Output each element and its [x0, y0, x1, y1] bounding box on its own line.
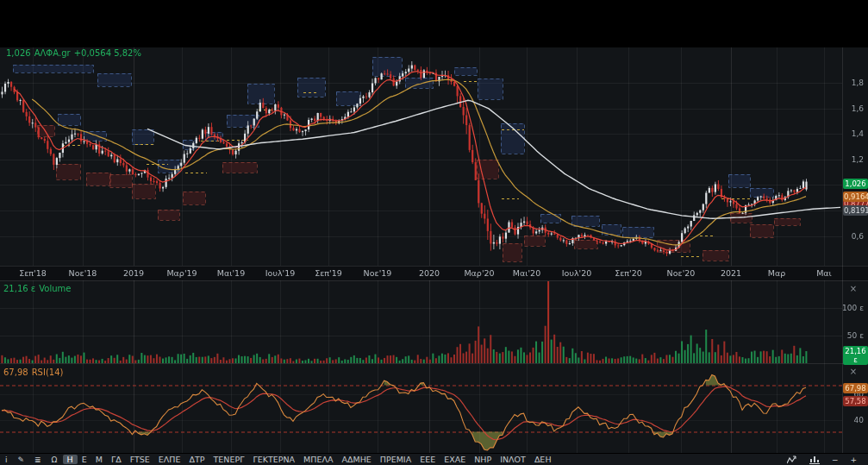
symbol-tab-ΠΡΕΜΙΑ[interactable]: ΠΡΕΜΙΑ	[376, 455, 415, 464]
price-axis-label: 1,6	[852, 104, 864, 113]
rsi-legend: 67,98RSI(14)	[3, 368, 66, 377]
symbol-tab-ΝΗΡ[interactable]: ΝΗΡ	[470, 455, 496, 464]
rsi-value-tag: 67,98	[843, 383, 868, 393]
omega-icon[interactable]: Ω	[47, 456, 63, 464]
time-axis-label: Ιουλ'19	[265, 268, 295, 278]
volume-axis-label: 100 ε	[842, 304, 864, 312]
symbol-tabs: ΓΔFTSEΕΛΠΕΔΤΡΤΕΝΕΡΓΓΕΚΤΕΡΝΑΜΠΕΛΑΑΔΜΗΕΠΡΕ…	[107, 455, 556, 465]
symbol-tab-ΕΕΕ[interactable]: ΕΕΕ	[415, 455, 440, 464]
volume-pane-close-button[interactable]: ×	[847, 285, 859, 293]
volume-value: 21,16 ε	[3, 284, 35, 293]
price-axis-label: 1,8	[852, 79, 864, 87]
price-axis-label: 0,6	[852, 232, 864, 241]
time-axis-label: Νοε'20	[667, 268, 696, 278]
symbol-tab-ΔΤΡ[interactable]: ΔΤΡ	[184, 455, 209, 464]
volume-value-tag: 21,16 ε	[843, 346, 868, 365]
symbol-legend: 1,026ΑΛΦΑ.gr+0,0564 5,82%	[6, 48, 145, 58]
trading-platform-window: 1,026ΑΛΦΑ.gr+0,0564 5,82% 21,16 εVolume …	[0, 0, 868, 465]
symbol-tab-ΓΔ[interactable]: ΓΔ	[107, 455, 126, 464]
quote-list-icon[interactable]: ≣	[29, 456, 47, 464]
volume-label: Volume	[39, 284, 71, 293]
symbol-tab-ΓΕΚΤΕΡΝΑ[interactable]: ΓΕΚΤΕΡΝΑ	[248, 455, 299, 464]
time-axis-label: Μαι'20	[513, 268, 540, 278]
time-axis-label: Νοε'19	[364, 268, 392, 278]
rsi-ma-tag: 57,58	[843, 396, 868, 406]
symbol-tab-FTSE[interactable]: FTSE	[126, 455, 154, 464]
ma-orange-tag: 0,9164	[843, 192, 868, 202]
rsi-label: RSI(14)	[32, 368, 64, 377]
price-axis-label: 1,4	[852, 129, 864, 138]
time-axis-label: Νοε'18	[69, 268, 97, 278]
rsi-value: 67,98	[3, 368, 28, 377]
zoom-in-icon[interactable]: +	[844, 455, 863, 465]
zoom-out-icon[interactable]: −	[826, 455, 845, 465]
symbol-tab-ΜΠΕΛΑ[interactable]: ΜΠΕΛΑ	[299, 455, 337, 464]
ma-white-tag: 0,8191	[843, 205, 868, 216]
timeframe-tab-Ε[interactable]: Ε	[78, 455, 91, 464]
symbol-tab-ΤΕΝΕΡΓ[interactable]: ΤΕΝΕΡΓ	[209, 455, 249, 464]
time-axis-label: Μαι	[816, 268, 832, 278]
price-axis-label: 1,2	[852, 155, 864, 164]
symbol-tab-ΕΛΠΕ[interactable]: ΕΛΠΕ	[154, 455, 185, 464]
volume-histogram-icon[interactable]	[803, 455, 826, 465]
symbol-name: ΑΛΦΑ.gr	[34, 48, 71, 58]
time-axis-label: Σεπ'18	[19, 268, 47, 278]
time-axis-label: Σεπ'20	[615, 268, 642, 278]
time-axis-label: 2021	[721, 268, 741, 278]
rsi-pane-close-button[interactable]: ×	[847, 368, 859, 376]
bottom-toolbar: i✎≣Ω ΗΕΜ ΓΔFTSEΕΛΠΕΔΤΡΤΕΝΕΡΓΓΕΚΤΕΡΝΑΜΠΕΛ…	[0, 453, 868, 465]
line-chart-icon[interactable]	[781, 455, 803, 465]
symbol-tab-ΑΔΜΗΕ[interactable]: ΑΔΜΗΕ	[337, 455, 375, 464]
symbol-tab-ΔΕΗ[interactable]: ΔΕΗ	[530, 455, 556, 464]
draw-icon[interactable]: ✎	[13, 456, 30, 464]
time-axis-label: Μαι'19	[217, 268, 245, 278]
toolbar-right-icons: −+	[781, 455, 868, 465]
volume-axis-label: 50 ε	[847, 331, 864, 340]
price-change: +0,0564 5,82%	[74, 48, 141, 58]
time-axis-label: 2020	[419, 268, 440, 278]
last-price: 1,026	[6, 48, 31, 58]
timeframe-tab-Η[interactable]: Η	[63, 455, 78, 464]
volume-legend: 21,16 εVolume	[3, 284, 74, 293]
time-axis-label: Ιουλ'20	[562, 268, 591, 278]
time-axis-label: 2019	[123, 268, 144, 278]
time-axis-label: Μαρ'19	[166, 268, 197, 278]
toolbar-left-icons: i✎≣Ω	[0, 455, 63, 465]
time-axis-label: Μαρ	[768, 268, 786, 278]
symbol-tab-ΙΝΛΟΤ[interactable]: ΙΝΛΟΤ	[496, 455, 530, 464]
time-axis-label: Μαρ'20	[464, 268, 494, 278]
time-axis-label: Σεπ'19	[315, 268, 342, 278]
info-icon[interactable]: i	[0, 456, 13, 464]
last-price-tag: 1,026	[843, 179, 868, 189]
timeframe-tabs: ΗΕΜ	[63, 455, 107, 465]
timeframe-tab-Μ[interactable]: Μ	[91, 455, 107, 464]
chart-canvas[interactable]	[0, 0, 868, 465]
symbol-tab-ΕΧΑΕ[interactable]: ΕΧΑΕ	[440, 455, 470, 464]
rsi-axis-label: 40	[854, 416, 864, 424]
